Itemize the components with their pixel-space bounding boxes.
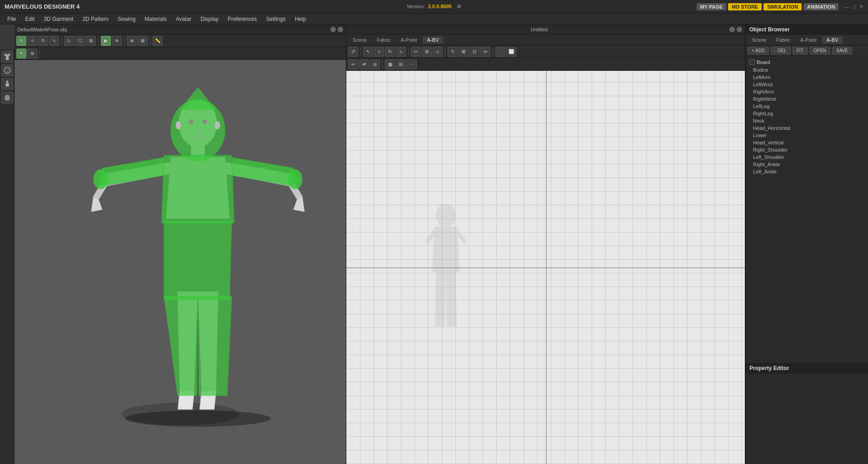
- property-editor-content: [746, 373, 868, 464]
- tool-particle2[interactable]: ⋯: [407, 59, 417, 69]
- viewport-2d-canvas[interactable]: [346, 71, 745, 464]
- tool-sew[interactable]: ⊞: [422, 47, 432, 57]
- tool-pin[interactable]: ⊕: [127, 36, 137, 46]
- tab-fabric-2d[interactable]: Fabric: [372, 36, 395, 44]
- ob-item-head-vertical[interactable]: Head_vertical: [746, 139, 868, 146]
- menu-materials[interactable]: Materials: [140, 15, 171, 23]
- ob-item-leftarm[interactable]: LeftArm: [746, 74, 868, 81]
- menu-preferences[interactable]: Preferences: [223, 15, 262, 23]
- tool-rotate-2d[interactable]: ↻: [385, 47, 395, 57]
- tool-lasso[interactable]: ⬡: [75, 36, 85, 46]
- menu-avatar[interactable]: Avatar: [171, 15, 196, 23]
- viewport-2d-toolbar: ↺ ↖ ⊹ ↻ ⤡ ✂ ⊞ ◇ ✎ ⊠ ⊡ ⇔ ⬛ ⬜: [346, 45, 745, 58]
- menu-settings[interactable]: Settings: [261, 15, 290, 23]
- open-button-ob[interactable]: OPEN: [809, 47, 830, 54]
- ob-item-bodice[interactable]: Bodice: [746, 66, 868, 74]
- sep5: [40, 49, 40, 58]
- ob-item-right-ankle[interactable]: Right_Ankle: [746, 161, 868, 168]
- tool-cut-2d[interactable]: ✂: [411, 47, 421, 57]
- sidebar-body-icon[interactable]: [1, 78, 13, 90]
- tool-sync-2d[interactable]: ↺: [348, 47, 358, 57]
- maximize-btn-2d[interactable]: [737, 27, 742, 32]
- ob-item-left-ankle[interactable]: Left_Ankle: [746, 168, 868, 175]
- tool-edit-2d[interactable]: ✎: [448, 47, 458, 57]
- tool-simulate[interactable]: ▶: [101, 36, 111, 46]
- tool-move-2d[interactable]: ⊹: [374, 47, 384, 57]
- tool-arrange2-2d[interactable]: ⊜: [370, 59, 380, 69]
- tab-abv-ob[interactable]: A-BV: [822, 36, 843, 44]
- ob-item-leftleg[interactable]: LeftLeg: [746, 103, 868, 110]
- ob-item-head-horizontal[interactable]: Head_Horizontal: [746, 124, 868, 132]
- menu-3dgarment[interactable]: 3D Garment: [39, 15, 78, 23]
- tool-dart[interactable]: ◇: [433, 47, 443, 57]
- tool-texture-2d[interactable]: ⬛: [495, 47, 505, 57]
- tab-fabric-ob[interactable]: Fabric: [772, 36, 795, 44]
- ob-item-rightleg[interactable]: RightLeg: [746, 110, 868, 117]
- tool-scale-2d[interactable]: ⤡: [396, 47, 406, 57]
- tool-select-all[interactable]: ↖: [16, 49, 26, 59]
- md-store-button[interactable]: MD STORE: [728, 3, 762, 10]
- tab-scene-2d[interactable]: Scene: [348, 36, 371, 44]
- tool-unfold[interactable]: ⊡: [469, 47, 479, 57]
- tool-reset-2d[interactable]: ↩: [348, 59, 358, 69]
- add-button-ob[interactable]: + ADD: [748, 47, 769, 54]
- menu-2dpattern[interactable]: 2D Pattern: [78, 15, 113, 23]
- simulation-button[interactable]: SIMULATION: [763, 3, 802, 10]
- tab-scene-ob[interactable]: Scene: [748, 36, 771, 44]
- tool-transform[interactable]: ⊞: [86, 36, 96, 46]
- ob-item-neck[interactable]: Neck: [746, 117, 868, 124]
- tab-apoint-ob[interactable]: A-Point: [796, 36, 821, 44]
- ob-item-lower[interactable]: Lower: [746, 132, 868, 139]
- fit-button-ob[interactable]: FIT: [793, 47, 808, 54]
- ob-item-rightwrist[interactable]: RightWrist: [746, 95, 868, 103]
- minimize-btn-3d[interactable]: [330, 27, 336, 32]
- board-checkbox[interactable]: [749, 59, 755, 65]
- tool-arrange-2d[interactable]: ⊠: [459, 47, 469, 57]
- tool-garment-arrange[interactable]: ⊠: [138, 36, 148, 46]
- tool-select-3d[interactable]: ▷: [64, 36, 74, 46]
- ob-item-right-shoulder[interactable]: Right_Shoulder: [746, 146, 868, 153]
- sep2: [98, 37, 99, 45]
- close-icon[interactable]: ✕: [859, 4, 863, 10]
- menu-display[interactable]: Display: [196, 15, 223, 23]
- ob-item-rightarm[interactable]: RightArm: [746, 88, 868, 95]
- maximize-icon[interactable]: □: [853, 4, 856, 10]
- tool-move-3d[interactable]: ↖: [16, 36, 26, 46]
- tool-show-all[interactable]: ⊛: [27, 49, 37, 59]
- sidebar-face-icon[interactable]: [1, 64, 13, 76]
- tool-mirror-2d[interactable]: ⇌: [359, 59, 369, 69]
- ob-item-leftwrist[interactable]: LeftWrist: [746, 81, 868, 88]
- character-3d: [89, 83, 307, 428]
- ob-item-left-shoulder[interactable]: Left_Shoulder: [746, 153, 868, 161]
- menu-sewing[interactable]: Sewing: [113, 15, 140, 23]
- tool-stitch[interactable]: ⊟: [396, 59, 406, 69]
- tool-particle[interactable]: ⬜: [506, 47, 516, 57]
- tool-scale-3d[interactable]: ⤡: [49, 36, 59, 46]
- left-sidebar: [0, 49, 15, 464]
- tab-abv-2d[interactable]: A-BV: [423, 36, 444, 44]
- tool-flip[interactable]: ⇔: [480, 47, 490, 57]
- minimize-icon[interactable]: —: [844, 4, 849, 10]
- tool-rotate-3d[interactable]: ↻: [38, 36, 48, 46]
- tool-measure[interactable]: 📏: [153, 36, 163, 46]
- animation-button[interactable]: ANIMATION: [803, 3, 839, 10]
- tab-apoint-2d[interactable]: A-Point: [396, 36, 422, 44]
- menu-edit[interactable]: Edit: [20, 15, 39, 23]
- save-button-ob[interactable]: SAVE: [832, 47, 852, 54]
- my-page-button[interactable]: MY PAGE: [697, 3, 727, 10]
- tool-select-2d[interactable]: ↖: [363, 47, 373, 57]
- object-browser-content: Board Bodice LeftArm LeftWrist RightArm …: [746, 56, 868, 363]
- tool-wind[interactable]: ≋: [112, 36, 122, 46]
- tool-translate[interactable]: ⊹: [27, 36, 37, 46]
- menu-help[interactable]: Help: [290, 15, 311, 23]
- tool-show-pattern[interactable]: ▦: [385, 59, 395, 69]
- sidebar-shirt-icon[interactable]: [1, 51, 13, 63]
- minimize-btn-2d[interactable]: [729, 27, 735, 32]
- settings-icon[interactable]: ⚙: [457, 4, 461, 9]
- sidebar-head-icon[interactable]: [1, 92, 13, 104]
- maximize-btn-3d[interactable]: [338, 27, 343, 32]
- del-button-ob[interactable]: - DEL: [771, 47, 791, 54]
- viewport-3d-canvas[interactable]: [15, 60, 346, 464]
- menu-file[interactable]: File: [3, 15, 20, 23]
- ob-board-category[interactable]: Board: [746, 58, 868, 66]
